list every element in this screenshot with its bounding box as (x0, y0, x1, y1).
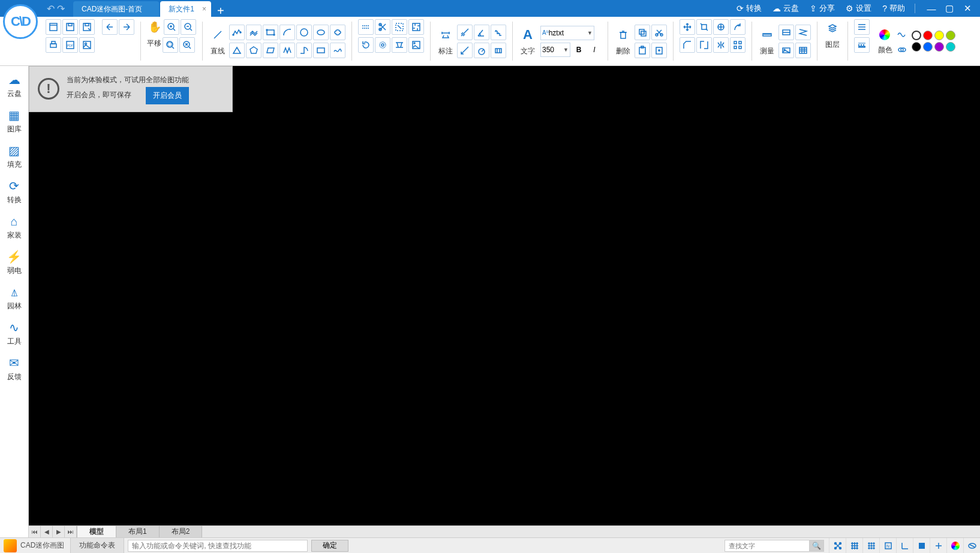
zigzag-button[interactable] (279, 43, 295, 58)
color-swatch[interactable] (934, 31, 944, 40)
osnap-button[interactable] (913, 538, 930, 554)
parallelogram-button[interactable] (263, 43, 278, 58)
linear-dim-button[interactable] (457, 25, 473, 40)
table-button[interactable] (778, 43, 794, 58)
close-button[interactable]: ✕ (958, 0, 976, 17)
color-swatch[interactable] (923, 31, 933, 40)
circle-button[interactable] (296, 25, 312, 40)
door-button[interactable] (296, 43, 312, 58)
table2-button[interactable] (795, 43, 811, 58)
sidebar-item-convert[interactable]: ⟳转换 (0, 176, 28, 211)
cloud-button[interactable]: ☁云盘 (768, 0, 804, 17)
fontsize-select[interactable]: ▼ (540, 43, 570, 57)
align-button[interactable] (730, 19, 745, 35)
ordinate-dim-button[interactable] (491, 43, 506, 58)
link-color-button[interactable] (896, 44, 908, 56)
grid-button[interactable] (846, 538, 862, 554)
distance-button[interactable] (778, 25, 794, 40)
trim-button[interactable] (375, 19, 390, 35)
command-input[interactable] (128, 540, 308, 552)
sidebar-item-electric[interactable]: ⚡弱电 (0, 247, 28, 282)
new-file-button[interactable] (46, 19, 61, 35)
layout-next-button[interactable]: ▶ (53, 526, 65, 537)
move-button[interactable] (680, 19, 695, 35)
cut-button[interactable] (651, 25, 667, 40)
ortho-button[interactable]: N (879, 538, 896, 554)
add-tab-button[interactable]: + (217, 5, 224, 17)
sidebar-item-tools[interactable]: ∿工具 (0, 317, 28, 353)
array-button[interactable] (408, 37, 424, 53)
print-button[interactable] (46, 37, 61, 53)
break-button[interactable] (696, 37, 712, 53)
layout-last-button[interactable]: ⏭ (65, 526, 77, 537)
rotate2-button[interactable] (696, 19, 712, 35)
linetype-button[interactable] (854, 19, 870, 35)
spline-button[interactable] (330, 43, 345, 58)
layout-first-button[interactable]: ⏮ (29, 526, 41, 537)
maximize-button[interactable]: ▢ (940, 0, 958, 17)
color-swatch[interactable] (923, 42, 933, 52)
arc-button[interactable] (279, 25, 295, 40)
polyline-button[interactable] (229, 25, 245, 40)
color-swatch[interactable] (912, 31, 921, 40)
offset-button[interactable] (358, 19, 374, 35)
rect2-button[interactable] (313, 43, 329, 58)
color-swatch[interactable] (946, 31, 955, 40)
rectangle-button[interactable] (263, 25, 278, 40)
color-status-button[interactable] (946, 538, 963, 554)
add-status-button[interactable] (930, 538, 946, 554)
layer-button[interactable] (823, 19, 841, 37)
stretch-button[interactable] (392, 37, 407, 53)
saveas-button[interactable] (79, 19, 95, 35)
radius-dim-button[interactable] (491, 25, 506, 40)
layout-prev-button[interactable]: ◀ (41, 526, 53, 537)
sidebar-item-garden[interactable]: ⍋园林 (0, 282, 28, 317)
extend-button[interactable] (392, 19, 407, 35)
close-icon[interactable]: × (202, 5, 206, 13)
layout-tab-1[interactable]: 布局1 (116, 526, 160, 537)
rotate-button[interactable] (358, 37, 374, 53)
grid2-button[interactable] (862, 538, 879, 554)
array2-button[interactable] (730, 37, 745, 53)
measure-button[interactable] (758, 26, 776, 44)
tab-newfile[interactable]: 新文件1 × (160, 1, 211, 17)
sidebar-item-home[interactable]: ⌂家装 (0, 211, 28, 247)
redo-icon[interactable]: ↷ (57, 3, 65, 14)
eraser-button[interactable] (963, 538, 980, 554)
angle-dim-button[interactable] (474, 25, 489, 40)
drawing-canvas[interactable]: ! 当前为体验模式，可试用全部绘图功能 开启会员，即可保存 开启会员 (29, 66, 980, 525)
lineweight-button[interactable] (854, 37, 870, 53)
area-button[interactable] (795, 25, 811, 40)
sidebar-item-gallery[interactable]: ▦图库 (0, 105, 28, 140)
triangle-button[interactable] (229, 43, 245, 58)
chamfer-button[interactable] (680, 37, 695, 53)
bylayer-button[interactable] (894, 27, 909, 43)
zoom-window-button[interactable] (163, 37, 178, 53)
save-button[interactable] (62, 19, 78, 35)
help-button[interactable]: ?帮助 (877, 0, 910, 17)
function-list-button[interactable]: 功能命令表 (70, 538, 124, 553)
multiline-button[interactable] (246, 25, 261, 40)
delete-button[interactable] (614, 26, 632, 44)
snap-button[interactable] (829, 538, 846, 554)
search-button[interactable]: 🔍 (809, 540, 823, 551)
zoom-extents-button[interactable] (179, 37, 195, 53)
paste-block-button[interactable] (651, 43, 667, 58)
aligned-dim-button[interactable] (457, 43, 473, 58)
copy-button[interactable] (635, 25, 650, 40)
minimize-button[interactable]: — (922, 0, 940, 17)
import-button[interactable] (119, 19, 134, 35)
revcloud-button[interactable] (330, 25, 345, 40)
color-swatch[interactable] (912, 42, 921, 52)
open-vip-button[interactable]: 开启会员 (146, 87, 189, 104)
ok-button[interactable]: 确定 (311, 540, 348, 552)
layout-tab-0[interactable]: 模型 (77, 526, 116, 537)
mirror-button[interactable] (713, 19, 729, 35)
color-wheel-button[interactable] (877, 27, 892, 43)
color-swatch[interactable] (934, 42, 944, 52)
convert-button[interactable]: ⟳转换 (732, 0, 766, 17)
tab-home[interactable]: CAD迷你画图-首页 (73, 1, 159, 17)
italic-button[interactable]: I (587, 43, 602, 57)
export-button[interactable] (102, 19, 118, 35)
mirror2-button[interactable] (713, 37, 729, 53)
